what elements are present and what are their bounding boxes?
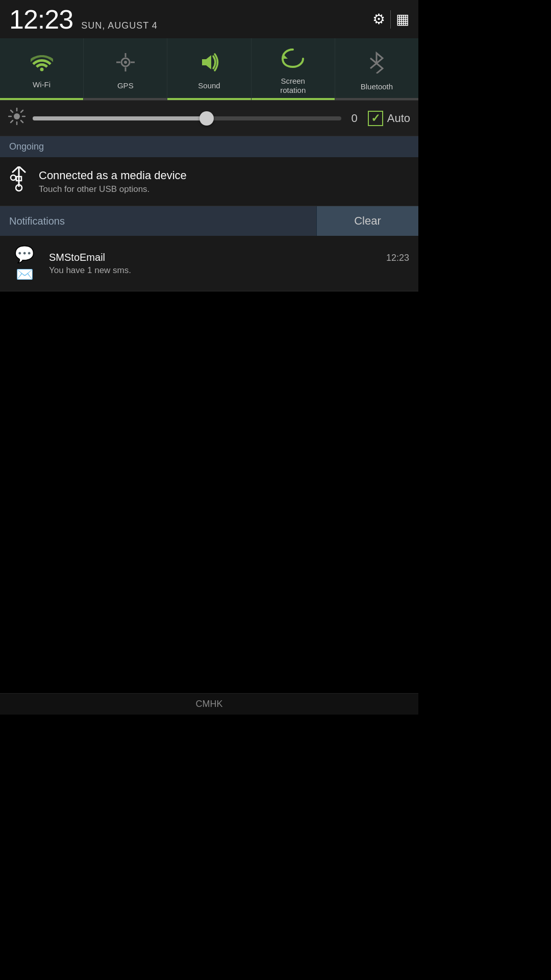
carrier-bar: CMHK: [0, 693, 418, 715]
date: SUN, AUGUST 4: [81, 20, 158, 31]
brightness-slider[interactable]: [33, 116, 341, 120]
status-divider: [390, 10, 391, 29]
gps-bar: [84, 98, 167, 100]
status-right: ⚙ ▦: [372, 10, 409, 29]
sms-message: You have 1 new sms.: [49, 265, 131, 275]
usb-icon: [9, 166, 29, 197]
svg-marker-7: [283, 54, 288, 59]
ongoing-title: Ongoing: [9, 141, 44, 152]
sound-icon: [198, 52, 220, 77]
toggle-screen-rotation[interactable]: Screen rotation: [252, 38, 335, 100]
clear-button[interactable]: Clear: [316, 206, 418, 236]
clock: 12:23: [9, 4, 73, 35]
sound-bar: [167, 98, 251, 100]
svg-line-9: [370, 63, 377, 68]
brightness-icon[interactable]: [8, 108, 26, 129]
quick-toggles: Wi-Fi GPS Sound: [0, 38, 418, 101]
screen-rotation-bar: [252, 98, 335, 100]
sms-app-name: SMStoEmail: [49, 252, 105, 263]
sms-notification[interactable]: 💬 ✉️ SMStoEmail 12:23 You have 1 new sms…: [0, 236, 418, 291]
sms-text: SMStoEmail 12:23 You have 1 new sms.: [49, 252, 409, 276]
gps-icon: [115, 52, 136, 77]
svg-line-17: [21, 110, 23, 112]
wifi-label: Wi-Fi: [33, 80, 51, 89]
svg-line-20: [12, 166, 19, 173]
auto-checkmark: ✓: [371, 112, 380, 125]
sms-app-icon: 💬: [14, 244, 35, 264]
auto-label: Auto: [387, 112, 410, 125]
ongoing-header: Ongoing: [0, 136, 418, 157]
carrier-name: CMHK: [196, 699, 223, 709]
screen-rotation-label: Screen rotation: [280, 77, 306, 95]
gps-label: GPS: [117, 81, 134, 90]
toggle-bluetooth[interactable]: Bluetooth: [335, 38, 418, 100]
usb-title: Connected as a media device: [39, 169, 187, 182]
usb-notification[interactable]: Connected as a media device Touch for ot…: [0, 157, 418, 206]
svg-marker-6: [202, 55, 211, 69]
sms-header-row: SMStoEmail 12:23: [49, 252, 409, 263]
notifications-label: Notifications: [0, 206, 316, 236]
svg-line-16: [21, 120, 23, 122]
settings-icon[interactable]: ⚙: [372, 11, 385, 28]
sound-label: Sound: [198, 81, 220, 90]
brightness-value: 0: [348, 112, 361, 125]
toggle-gps[interactable]: GPS: [84, 38, 167, 100]
notifications-row: Notifications Clear: [0, 206, 418, 236]
status-left: 12:23 SUN, AUGUST 4: [9, 4, 158, 35]
usb-text: Connected as a media device Touch for ot…: [39, 169, 187, 194]
sms-envelope-icon: ✉️: [16, 266, 34, 283]
usb-subtitle: Touch for other USB options.: [39, 184, 187, 194]
wifi-icon: [31, 53, 53, 76]
sms-time: 12:23: [386, 253, 409, 263]
svg-line-18: [11, 120, 13, 122]
svg-point-22: [11, 175, 16, 180]
status-bar: 12:23 SUN, AUGUST 4 ⚙ ▦: [0, 0, 418, 38]
screen-rotation-icon: [282, 47, 304, 72]
brightness-thumb: [199, 111, 214, 126]
bluetooth-label: Bluetooth: [361, 82, 393, 91]
toggle-sound[interactable]: Sound: [167, 38, 251, 100]
wifi-bar: [0, 98, 83, 100]
sms-icon-container: 💬 ✉️: [9, 244, 40, 283]
bluetooth-bar: [335, 98, 418, 100]
grid-icon[interactable]: ▦: [396, 11, 409, 28]
svg-line-21: [19, 166, 26, 173]
svg-point-1: [124, 61, 127, 64]
brightness-track: [33, 116, 203, 120]
bluetooth-icon: [368, 51, 385, 78]
toggle-wifi[interactable]: Wi-Fi: [0, 38, 84, 100]
brightness-row: 0 ✓ Auto: [0, 101, 418, 136]
svg-line-8: [370, 58, 377, 63]
auto-container[interactable]: ✓ Auto: [368, 111, 410, 126]
svg-point-10: [14, 113, 20, 119]
auto-checkbox[interactable]: ✓: [368, 111, 383, 126]
svg-line-15: [11, 110, 13, 112]
